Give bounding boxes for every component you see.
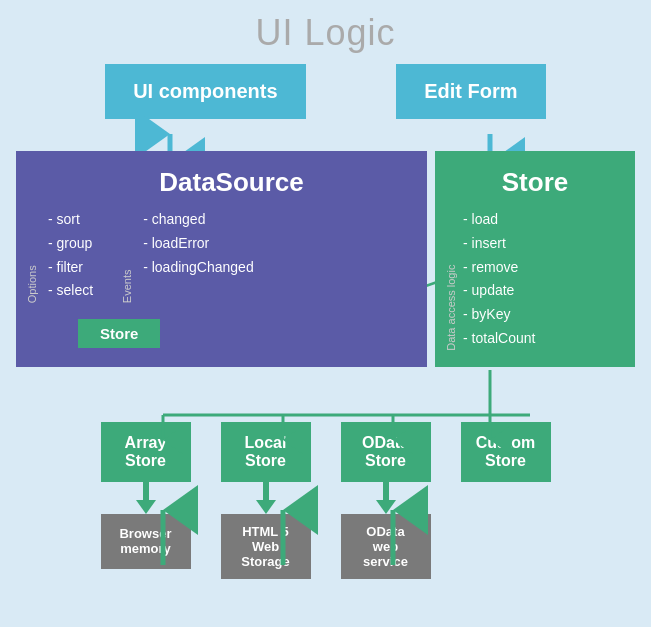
store-load: load: [463, 208, 623, 232]
ui-components-box: UI components: [105, 64, 305, 119]
local-store-box: Local Store: [221, 422, 311, 482]
options-column: Options sort group filter select: [48, 208, 93, 303]
option-select: select: [48, 279, 93, 303]
datasource-title: DataSource: [48, 167, 415, 198]
odata-service-box: OData web service: [341, 514, 431, 579]
odata-store-box: OData Store: [341, 422, 431, 482]
browser-memory-box: Browser memory: [101, 514, 191, 569]
store-inner-button[interactable]: Store: [78, 319, 160, 348]
option-group: group: [48, 232, 93, 256]
options-list: sort group filter select: [48, 208, 93, 303]
store-column: Data access logic load insert remove upd…: [447, 208, 623, 351]
event-loaderror: loadError: [143, 232, 254, 256]
store-totalcount: totalCount: [463, 327, 623, 351]
datasource-box: DataSource Options sort group filter sel…: [16, 151, 427, 367]
datasource-columns: Options sort group filter select Events …: [48, 208, 415, 303]
data-access-label: Data access logic: [445, 208, 457, 351]
top-row: UI components Edit Form: [0, 64, 651, 119]
store-update: update: [463, 279, 623, 303]
page-title: UI Logic: [0, 0, 651, 54]
array-store-box: Array Store: [101, 422, 191, 482]
events-label: Events: [121, 208, 133, 303]
events-list: changed loadError loadingChanged: [143, 208, 254, 279]
store-title: Store: [447, 167, 623, 198]
store-box: Store Data access logic load insert remo…: [435, 151, 635, 367]
html5-storage-box: HTML 5 Web Storage: [221, 514, 311, 579]
event-changed: changed: [143, 208, 254, 232]
store-remove: remove: [463, 256, 623, 280]
options-label: Options: [26, 208, 38, 303]
store-items-list: load insert remove update byKey totalCou…: [463, 208, 623, 351]
edit-form-box: Edit Form: [396, 64, 546, 119]
option-filter: filter: [48, 256, 93, 280]
middle-section: DataSource Options sort group filter sel…: [16, 151, 635, 367]
store-insert: insert: [463, 232, 623, 256]
event-loadingchanged: loadingChanged: [143, 256, 254, 280]
option-sort: sort: [48, 208, 93, 232]
store-bykey: byKey: [463, 303, 623, 327]
custom-store-box: Custom Store: [461, 422, 551, 482]
events-column: Events changed loadError loadingChanged: [143, 208, 254, 303]
